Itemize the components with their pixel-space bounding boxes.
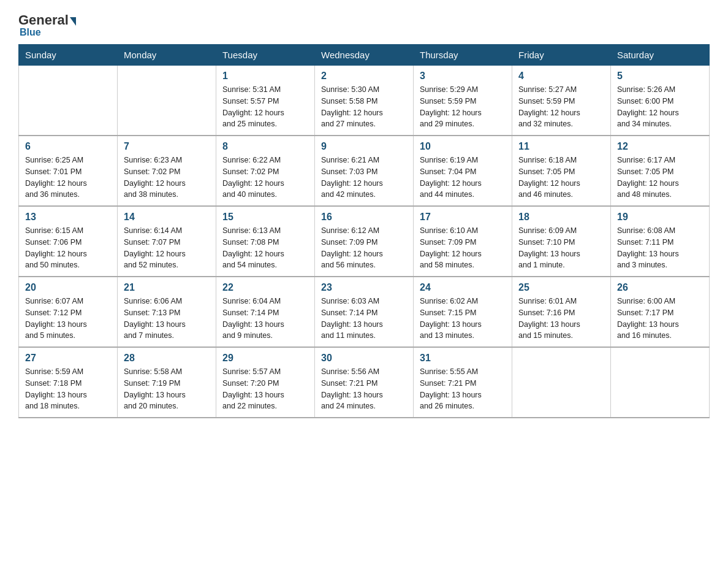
day-number: 26	[617, 282, 703, 293]
calendar-table: SundayMondayTuesdayWednesdayThursdayFrid…	[18, 44, 710, 418]
day-number: 28	[124, 353, 210, 364]
calendar-cell	[118, 66, 216, 136]
calendar-week-row: 6Sunrise: 6:25 AMSunset: 7:01 PMDaylight…	[19, 136, 710, 206]
calendar-cell: 29Sunrise: 5:57 AMSunset: 7:20 PMDayligh…	[216, 347, 315, 418]
day-info: Sunrise: 5:29 AMSunset: 5:59 PMDaylight:…	[420, 84, 506, 130]
calendar-cell: 9Sunrise: 6:21 AMSunset: 7:03 PMDaylight…	[315, 136, 414, 206]
calendar-cell: 4Sunrise: 5:27 AMSunset: 5:59 PMDaylight…	[512, 66, 611, 136]
calendar-cell: 30Sunrise: 5:56 AMSunset: 7:21 PMDayligh…	[315, 347, 414, 418]
day-number: 10	[420, 141, 506, 152]
calendar-cell: 16Sunrise: 6:12 AMSunset: 7:09 PMDayligh…	[315, 206, 414, 277]
day-number: 5	[617, 71, 703, 82]
day-number: 16	[321, 212, 407, 223]
day-number: 9	[321, 141, 407, 152]
day-number: 19	[617, 212, 703, 223]
calendar-cell: 6Sunrise: 6:25 AMSunset: 7:01 PMDaylight…	[19, 136, 118, 206]
calendar-cell: 28Sunrise: 5:58 AMSunset: 7:19 PMDayligh…	[118, 347, 216, 418]
calendar-cell: 13Sunrise: 6:15 AMSunset: 7:06 PMDayligh…	[19, 206, 118, 277]
day-number: 21	[124, 282, 210, 293]
day-number: 25	[518, 282, 604, 293]
day-number: 2	[321, 71, 407, 82]
day-info: Sunrise: 6:22 AMSunset: 7:02 PMDaylight:…	[222, 155, 308, 201]
day-info: Sunrise: 6:18 AMSunset: 7:05 PMDaylight:…	[518, 155, 604, 201]
calendar-cell: 10Sunrise: 6:19 AMSunset: 7:04 PMDayligh…	[414, 136, 512, 206]
day-number: 7	[124, 141, 210, 152]
day-info: Sunrise: 6:06 AMSunset: 7:13 PMDaylight:…	[124, 296, 210, 342]
day-number: 23	[321, 282, 407, 293]
calendar-cell: 17Sunrise: 6:10 AMSunset: 7:09 PMDayligh…	[414, 206, 512, 277]
calendar-cell	[19, 66, 118, 136]
day-info: Sunrise: 6:17 AMSunset: 7:05 PMDaylight:…	[617, 155, 703, 201]
day-info: Sunrise: 6:04 AMSunset: 7:14 PMDaylight:…	[222, 296, 308, 342]
day-number: 3	[420, 71, 506, 82]
day-info: Sunrise: 5:57 AMSunset: 7:20 PMDaylight:…	[222, 366, 308, 412]
day-number: 12	[617, 141, 703, 152]
calendar-cell: 20Sunrise: 6:07 AMSunset: 7:12 PMDayligh…	[19, 277, 118, 347]
day-number: 15	[222, 212, 308, 223]
calendar-header: SundayMondayTuesdayWednesdayThursdayFrid…	[19, 45, 710, 66]
day-number: 13	[25, 212, 111, 223]
calendar-cell: 3Sunrise: 5:29 AMSunset: 5:59 PMDaylight…	[414, 66, 512, 136]
day-info: Sunrise: 5:27 AMSunset: 5:59 PMDaylight:…	[518, 84, 604, 130]
day-number: 6	[25, 141, 111, 152]
day-info: Sunrise: 6:10 AMSunset: 7:09 PMDaylight:…	[420, 225, 506, 271]
day-info: Sunrise: 6:23 AMSunset: 7:02 PMDaylight:…	[124, 155, 210, 201]
day-info: Sunrise: 6:13 AMSunset: 7:08 PMDaylight:…	[222, 225, 308, 271]
calendar-cell: 26Sunrise: 6:00 AMSunset: 7:17 PMDayligh…	[611, 277, 710, 347]
calendar-cell: 15Sunrise: 6:13 AMSunset: 7:08 PMDayligh…	[216, 206, 315, 277]
day-info: Sunrise: 6:01 AMSunset: 7:16 PMDaylight:…	[518, 296, 604, 342]
calendar-cell: 24Sunrise: 6:02 AMSunset: 7:15 PMDayligh…	[414, 277, 512, 347]
calendar-cell: 2Sunrise: 5:30 AMSunset: 5:58 PMDaylight…	[315, 66, 414, 136]
calendar-cell: 5Sunrise: 5:26 AMSunset: 6:00 PMDaylight…	[611, 66, 710, 136]
calendar-cell: 23Sunrise: 6:03 AMSunset: 7:14 PMDayligh…	[315, 277, 414, 347]
day-info: Sunrise: 6:08 AMSunset: 7:11 PMDaylight:…	[617, 225, 703, 271]
day-info: Sunrise: 5:58 AMSunset: 7:19 PMDaylight:…	[124, 366, 210, 412]
day-number: 18	[518, 212, 604, 223]
day-info: Sunrise: 6:21 AMSunset: 7:03 PMDaylight:…	[321, 155, 407, 201]
day-number: 17	[420, 212, 506, 223]
day-info: Sunrise: 6:09 AMSunset: 7:10 PMDaylight:…	[518, 225, 604, 271]
calendar-week-row: 27Sunrise: 5:59 AMSunset: 7:18 PMDayligh…	[19, 347, 710, 418]
day-info: Sunrise: 6:03 AMSunset: 7:14 PMDaylight:…	[321, 296, 407, 342]
calendar-cell: 22Sunrise: 6:04 AMSunset: 7:14 PMDayligh…	[216, 277, 315, 347]
calendar-cell: 8Sunrise: 6:22 AMSunset: 7:02 PMDaylight…	[216, 136, 315, 206]
day-number: 24	[420, 282, 506, 293]
calendar-cell	[512, 347, 611, 418]
day-of-week-header: Sunday	[19, 45, 118, 66]
calendar-cell: 1Sunrise: 5:31 AMSunset: 5:57 PMDaylight…	[216, 66, 315, 136]
day-number: 8	[222, 141, 308, 152]
calendar-week-row: 13Sunrise: 6:15 AMSunset: 7:06 PMDayligh…	[19, 206, 710, 277]
calendar-cell	[611, 347, 710, 418]
page-header: General Blue	[18, 12, 710, 38]
calendar-week-row: 1Sunrise: 5:31 AMSunset: 5:57 PMDaylight…	[19, 66, 710, 136]
calendar-cell: 19Sunrise: 6:08 AMSunset: 7:11 PMDayligh…	[611, 206, 710, 277]
day-number: 11	[518, 141, 604, 152]
day-info: Sunrise: 5:26 AMSunset: 6:00 PMDaylight:…	[617, 84, 703, 130]
day-info: Sunrise: 6:02 AMSunset: 7:15 PMDaylight:…	[420, 296, 506, 342]
day-of-week-header: Friday	[512, 45, 611, 66]
day-info: Sunrise: 6:25 AMSunset: 7:01 PMDaylight:…	[25, 155, 111, 201]
day-number: 20	[25, 282, 111, 293]
calendar-cell: 14Sunrise: 6:14 AMSunset: 7:07 PMDayligh…	[118, 206, 216, 277]
day-number: 27	[25, 353, 111, 364]
days-of-week-row: SundayMondayTuesdayWednesdayThursdayFrid…	[19, 45, 710, 66]
calendar-cell: 27Sunrise: 5:59 AMSunset: 7:18 PMDayligh…	[19, 347, 118, 418]
calendar-cell: 7Sunrise: 6:23 AMSunset: 7:02 PMDaylight…	[118, 136, 216, 206]
day-number: 31	[420, 353, 506, 364]
calendar-cell: 11Sunrise: 6:18 AMSunset: 7:05 PMDayligh…	[512, 136, 611, 206]
calendar-cell: 12Sunrise: 6:17 AMSunset: 7:05 PMDayligh…	[611, 136, 710, 206]
day-info: Sunrise: 5:31 AMSunset: 5:57 PMDaylight:…	[222, 84, 308, 130]
day-number: 29	[222, 353, 308, 364]
day-info: Sunrise: 5:59 AMSunset: 7:18 PMDaylight:…	[25, 366, 111, 412]
day-info: Sunrise: 6:15 AMSunset: 7:06 PMDaylight:…	[25, 225, 111, 271]
calendar-cell: 31Sunrise: 5:55 AMSunset: 7:21 PMDayligh…	[414, 347, 512, 418]
day-number: 14	[124, 212, 210, 223]
day-of-week-header: Saturday	[611, 45, 710, 66]
calendar-body: 1Sunrise: 5:31 AMSunset: 5:57 PMDaylight…	[19, 66, 710, 418]
day-info: Sunrise: 6:12 AMSunset: 7:09 PMDaylight:…	[321, 225, 407, 271]
day-of-week-header: Thursday	[414, 45, 512, 66]
calendar-cell: 21Sunrise: 6:06 AMSunset: 7:13 PMDayligh…	[118, 277, 216, 347]
day-info: Sunrise: 5:30 AMSunset: 5:58 PMDaylight:…	[321, 84, 407, 130]
logo-arrow-icon	[70, 17, 76, 26]
day-number: 30	[321, 353, 407, 364]
